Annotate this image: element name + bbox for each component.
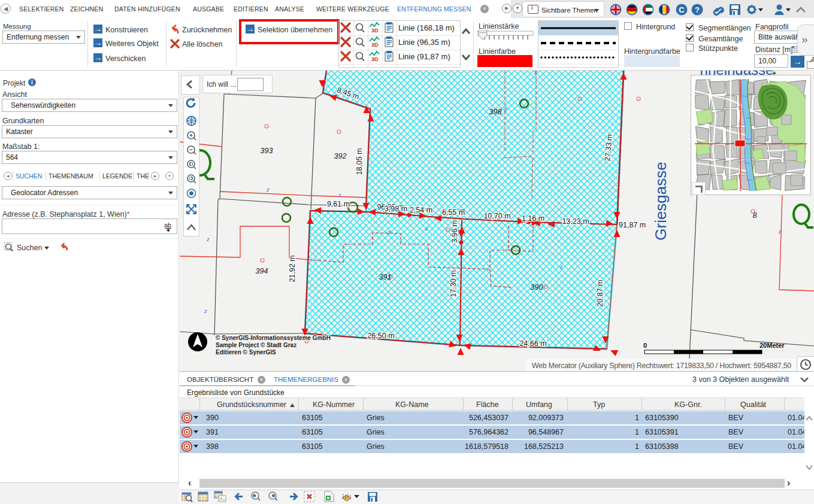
svg-text:63105398: 63105398 [645, 442, 679, 451]
svg-text:z: z [204, 308, 207, 314]
svg-text:2,54 m: 2,54 m [410, 206, 432, 214]
svg-text:Linie (96,35 m): Linie (96,35 m) [398, 38, 450, 47]
svg-text:9,61 m: 9,61 m [327, 200, 350, 208]
svg-text:C: C [679, 5, 685, 14]
svg-text:8: 8 [753, 211, 757, 220]
svg-text:Gries: Gries [367, 414, 385, 422]
svg-text:?: ? [695, 5, 700, 14]
svg-text:1618,579518: 1618,579518 [465, 442, 509, 451]
svg-text:ab: ab [164, 221, 171, 229]
svg-text:1: 1 [635, 442, 639, 451]
svg-text:17,30 m: 17,30 m [449, 270, 458, 297]
svg-text:z: z [559, 264, 563, 270]
svg-text:3,98 m: 3,98 m [385, 205, 407, 213]
svg-text:z: z [778, 229, 782, 235]
svg-text:z: z [266, 187, 270, 193]
svg-text:z: z [504, 107, 507, 113]
svg-text:63105: 63105 [302, 442, 323, 451]
svg-text:Griesgasse: Griesgasse [652, 162, 670, 241]
svg-text:21,92 m: 21,92 m [288, 255, 296, 282]
svg-text:398: 398 [489, 108, 502, 116]
svg-text:Gries: Gries [367, 428, 385, 436]
svg-text:z: z [206, 236, 210, 242]
svg-text:63105: 63105 [302, 414, 323, 422]
svg-text:1: 1 [635, 428, 639, 436]
svg-text:z: z [534, 71, 537, 75]
svg-text:3D: 3D [371, 28, 379, 34]
svg-text:18,05 m: 18,05 m [355, 148, 364, 175]
svg-text:63105: 63105 [302, 428, 323, 436]
svg-text:390: 390 [206, 414, 219, 422]
svg-text:391: 391 [206, 428, 219, 436]
svg-text:92,009373: 92,009373 [528, 414, 564, 422]
svg-text:168,525213: 168,525213 [524, 442, 564, 451]
svg-text:576,964362: 576,964362 [469, 428, 509, 436]
svg-text:394: 394 [256, 267, 268, 275]
svg-text:Gries: Gries [367, 442, 385, 451]
svg-text:Sample Project © Stadt Graz: Sample Project © Stadt Graz [216, 342, 296, 348]
svg-text:Web Mercator (Auxiliary Sphere: Web Mercator (Auxiliary Sphere) Rechtswe… [532, 362, 792, 370]
svg-text:Linie (168,18 m): Linie (168,18 m) [398, 23, 455, 32]
svg-text:393: 393 [261, 147, 273, 155]
svg-text:63105391: 63105391 [645, 428, 679, 436]
svg-text:1,16 m: 1,16 m [522, 214, 544, 223]
svg-text:392: 392 [334, 152, 347, 160]
svg-text:z: z [425, 226, 428, 232]
svg-text:391: 391 [379, 273, 392, 281]
svg-text:01.04: 01.04 [788, 428, 804, 436]
svg-text:Editieren © SynerGIS: Editieren © SynerGIS [216, 349, 276, 356]
svg-text:01.04: 01.04 [788, 442, 804, 451]
svg-text:Linie (91,87 m): Linie (91,87 m) [398, 52, 450, 61]
svg-text:26,50 m: 26,50 m [367, 332, 394, 340]
svg-text:BEV: BEV [728, 428, 744, 436]
svg-text:01.04: 01.04 [788, 414, 804, 422]
svg-text:398: 398 [206, 442, 219, 451]
svg-text:10,70 m: 10,70 m [483, 212, 510, 220]
svg-text:BEV: BEV [728, 414, 744, 422]
svg-text:20Meter: 20Meter [759, 342, 785, 349]
svg-text:20,87 m: 20,87 m [596, 280, 604, 306]
svg-text:1: 1 [635, 414, 639, 422]
svg-text:24,66 m: 24,66 m [519, 339, 546, 348]
svg-text:390: 390 [531, 283, 543, 292]
svg-text:BEV: BEV [728, 442, 744, 451]
svg-text:© SynerGIS-Informationssysteme: © SynerGIS-Informationssysteme GmbH [216, 335, 331, 341]
svg-text:z: z [387, 229, 391, 235]
svg-text:6,55 m: 6,55 m [442, 208, 465, 217]
svg-text:z: z [338, 192, 341, 198]
svg-text:0: 0 [643, 342, 647, 349]
svg-text:96,548967: 96,548967 [528, 428, 564, 436]
svg-text:3,96 m: 3,96 m [450, 220, 459, 243]
svg-text:13,23 m: 13,23 m [562, 217, 589, 226]
svg-text:526,453037: 526,453037 [469, 414, 509, 422]
svg-text:63105390: 63105390 [645, 414, 679, 422]
svg-text:91,87 m: 91,87 m [619, 221, 646, 229]
